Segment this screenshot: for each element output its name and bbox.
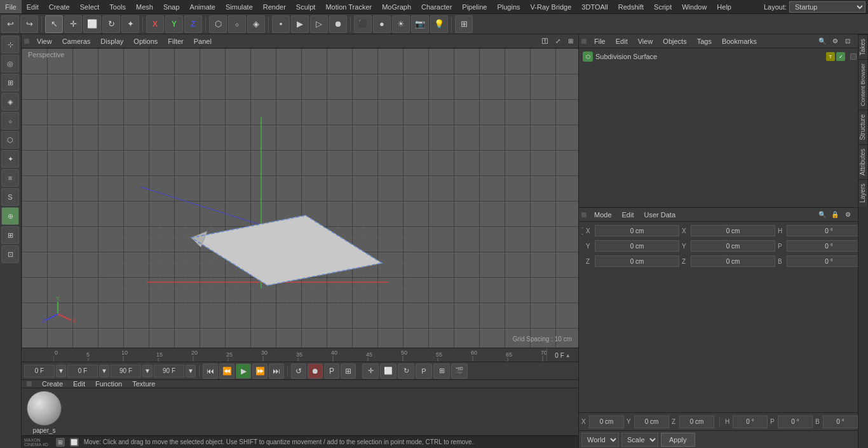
status-icon-1[interactable]: ⊞ <box>56 438 65 447</box>
go-end-button[interactable]: ⏭ <box>269 363 284 379</box>
sidebar-btn-11[interactable]: ⊞ <box>1 226 19 244</box>
menu-mograph[interactable]: MoGraph <box>377 0 416 13</box>
axis-z-button[interactable]: Z <box>184 15 202 33</box>
coord-x-bar-input[interactable] <box>589 416 624 428</box>
menu-create[interactable]: Create <box>44 0 75 13</box>
menu-window[interactable]: Window <box>677 0 712 13</box>
attr-userdata-btn[interactable]: User Data <box>642 210 679 219</box>
light-button[interactable]: ☀ <box>392 15 410 33</box>
display-mode-button[interactable]: ⊞ <box>455 15 473 33</box>
coord-z2-input[interactable] <box>691 255 775 267</box>
coord-p-bar-input[interactable] <box>778 416 813 428</box>
sidebar-btn-8[interactable]: ≡ <box>1 169 19 187</box>
sidebar-btn-6[interactable]: ⬡ <box>1 131 19 149</box>
menu-animate[interactable]: Animate <box>185 0 220 13</box>
snap-button[interactable]: P <box>416 363 432 379</box>
attr-lock-icon[interactable]: 🔒 <box>830 210 840 220</box>
record-button[interactable]: ⏺ <box>308 363 323 379</box>
tab-content-browser[interactable]: Content Browser <box>858 59 868 110</box>
menu-redshift[interactable]: Redshift <box>613 0 649 13</box>
axis-y-button[interactable]: Y <box>165 15 183 33</box>
step-forward-button[interactable]: ⏩ <box>252 363 268 379</box>
menu-select[interactable]: Select <box>75 0 105 13</box>
undo-button[interactable]: ↩ <box>1 15 19 33</box>
render-active-button[interactable]: ▷ <box>310 15 328 33</box>
redo-button[interactable]: ↪ <box>20 15 38 33</box>
menu-edit[interactable]: Edit <box>22 0 44 13</box>
apply-button[interactable]: Apply <box>661 433 695 447</box>
viewport-canvas[interactable]: Perspective <box>22 48 578 348</box>
menu-character[interactable]: Character <box>416 0 457 13</box>
attr-search-icon[interactable]: 🔍 <box>817 210 827 220</box>
coord-b-bar-input[interactable] <box>823 416 858 428</box>
frame-end-start-input[interactable] <box>111 365 141 377</box>
menu-script[interactable]: Script <box>649 0 677 13</box>
frame-current-input[interactable] <box>67 365 98 377</box>
sidebar-btn-3[interactable]: ⊞ <box>1 74 19 92</box>
frame-end-input[interactable] <box>154 365 184 377</box>
menu-pipeline[interactable]: Pipeline <box>457 0 492 13</box>
menu-motion-tracker[interactable]: Motion Tracker <box>320 0 377 13</box>
lamp-button[interactable]: 💡 <box>430 15 448 33</box>
viewport-options-btn[interactable]: Options <box>131 37 160 46</box>
move-tool-button[interactable]: ✛ <box>64 15 82 33</box>
coord-x2-input[interactable] <box>691 225 775 236</box>
material-create-btn[interactable]: Create <box>42 380 63 388</box>
scale-tool-button[interactable]: ⬜ <box>83 15 101 33</box>
scale-dropdown[interactable]: Scale <box>621 433 658 447</box>
obj-bookmarks-btn[interactable]: Bookmarks <box>719 37 759 46</box>
coord-y-bar-input[interactable] <box>634 416 669 428</box>
menu-mesh[interactable]: Mesh <box>131 0 158 13</box>
sidebar-btn-7[interactable]: ✦ <box>1 150 19 168</box>
axis-x-button[interactable]: X <box>146 15 164 33</box>
layout-dropdown[interactable]: Startup <box>789 1 865 13</box>
visibility-dot[interactable] <box>850 53 857 60</box>
step-back-button[interactable]: ⏪ <box>219 363 234 379</box>
coord-y-input[interactable] <box>595 240 679 252</box>
obj-edit-btn[interactable]: Edit <box>613 37 630 46</box>
obj-filter-icon[interactable]: ⊡ <box>843 36 853 46</box>
menu-plugins[interactable]: Plugins <box>492 0 525 13</box>
sidebar-btn-1[interactable]: ⊹ <box>1 36 19 53</box>
viewport-cameras-btn[interactable]: Cameras <box>60 37 93 46</box>
go-start-button[interactable]: ⏮ <box>203 363 218 379</box>
coord-b-input[interactable] <box>787 255 868 267</box>
timeline-ruler[interactable]: 0 5 10 15 20 25 30 <box>53 348 546 362</box>
viewport-panel-btn[interactable]: Panel <box>191 37 214 46</box>
menu-sculpt[interactable]: Sculpt <box>291 0 321 13</box>
world-dropdown[interactable]: World <box>581 433 619 447</box>
viewport-expand-icon[interactable]: ⊞ <box>566 36 576 46</box>
cube-view-button[interactable]: ⬛ <box>354 15 372 33</box>
coord-h-bar-input[interactable] <box>733 416 768 428</box>
material-texture-btn[interactable]: Texture <box>132 380 155 388</box>
keys-button[interactable]: ⬜ <box>380 363 397 379</box>
coord-z-bar-input[interactable] <box>679 416 714 428</box>
curve-button[interactable]: ↻ <box>398 363 414 379</box>
edge-mode-button[interactable]: ◈ <box>247 15 265 33</box>
obj-settings-icon[interactable]: ⚙ <box>830 36 840 46</box>
grid-button[interactable]: ⊞ <box>433 363 450 379</box>
tag-icon-2[interactable]: ✓ <box>836 52 845 61</box>
mesh-mode-button[interactable]: ⬦ <box>228 15 246 33</box>
menu-file[interactable]: File <box>0 0 22 13</box>
material-handle[interactable] <box>27 381 32 386</box>
menu-vray[interactable]: V-Ray Bridge <box>526 0 577 13</box>
menu-snap[interactable]: Snap <box>158 0 185 13</box>
obj-search-icon[interactable]: 🔍 <box>817 36 827 46</box>
sidebar-btn-2[interactable]: ◎ <box>1 55 19 72</box>
material-ball[interactable] <box>27 391 62 426</box>
motion-path-button[interactable]: ✛ <box>362 363 379 379</box>
select-tool-button[interactable]: ↖ <box>45 15 63 33</box>
frame-start-arrow[interactable]: ▼ <box>56 365 66 377</box>
render-button[interactable]: ▶ <box>291 15 309 33</box>
sidebar-btn-5[interactable]: ⬦ <box>1 112 19 130</box>
frame-end-start-arrow[interactable]: ▼ <box>99 365 109 377</box>
menu-help[interactable]: Help <box>712 0 736 13</box>
coord-y2-input[interactable] <box>691 240 775 252</box>
transform-tool-button[interactable]: ✦ <box>121 15 139 33</box>
rotate-tool-button[interactable]: ↻ <box>102 15 120 33</box>
obj-file-btn[interactable]: File <box>592 37 608 46</box>
render-region-button[interactable]: ▪ <box>272 15 290 33</box>
play-button[interactable]: ▶ <box>236 363 251 379</box>
coord-z-input[interactable] <box>595 255 679 267</box>
